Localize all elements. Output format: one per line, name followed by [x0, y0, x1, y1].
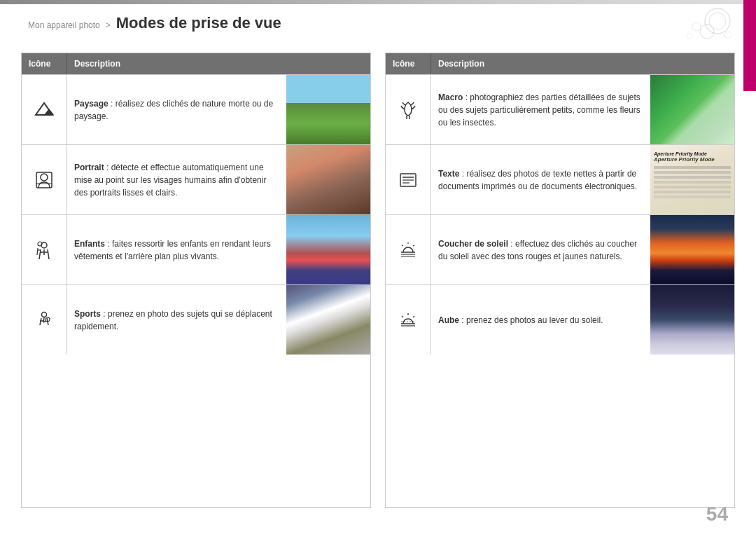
svg-line-21 [402, 245, 403, 246]
children-icon [34, 240, 55, 261]
right-icon-col-header: Icône [386, 53, 431, 74]
svg-line-20 [413, 245, 414, 246]
left-table-header: Icône Description [22, 53, 370, 74]
sunset-desc: Coucher de soleil : effectuez des cliché… [431, 215, 650, 284]
top-decorative-bar [0, 0, 756, 4]
landscape-desc: Paysage : réalisez des clichés de nature… [67, 75, 286, 144]
right-accent-bar [743, 0, 756, 91]
dawn-icon-cell [386, 285, 431, 355]
landscape-icon-cell [22, 75, 67, 144]
text-icon-cell [386, 145, 431, 214]
svg-point-4 [724, 32, 732, 39]
macro-image [650, 75, 734, 144]
svg-point-13 [42, 312, 47, 317]
page-header: Mon appareil photo > Modes de prise de v… [28, 14, 281, 32]
row-macro: Macro : photographiez des parties détail… [386, 74, 734, 144]
svg-marker-7 [44, 109, 54, 115]
breadcrumb-separator: > [106, 20, 111, 30]
sunset-image [650, 215, 734, 284]
left-desc-col-header: Description [67, 53, 370, 74]
row-text: Texte : réalisez des photos de texte net… [386, 144, 734, 214]
svg-point-8 [41, 174, 48, 181]
svg-line-24 [402, 316, 403, 317]
decorative-circles [654, 7, 738, 51]
right-desc-col-header: Description [431, 53, 734, 74]
right-table-header: Icône Description [386, 53, 734, 74]
row-landscape: Paysage : réalisez des clichés de nature… [22, 74, 370, 144]
children-desc: Enfants : faites ressortir les enfants e… [67, 215, 286, 284]
sports-desc: Sports : prenez en photo des sujets qui … [67, 285, 286, 355]
row-children: Enfants : faites ressortir les enfants e… [22, 214, 370, 284]
dawn-desc: Aube : prenez des photos au lever du sol… [431, 285, 650, 355]
page-number: 54 [706, 503, 728, 525]
text-desc: Texte : réalisez des photos de texte net… [431, 145, 650, 214]
portrait-desc: Portrait : détecte et effectue automatiq… [67, 145, 286, 214]
breadcrumb: Mon appareil photo [28, 20, 100, 30]
left-column: Icône Description Paysage : réalisez des… [21, 53, 371, 508]
sunset-icon-cell [386, 215, 431, 284]
left-icon-col-header: Icône [22, 53, 67, 74]
main-content: Icône Description Paysage : réalisez des… [21, 53, 735, 508]
dawn-icon [398, 310, 419, 331]
sports-icon-cell [22, 285, 67, 355]
page-title: Modes de prise de vue [116, 14, 281, 32]
text-image: Aperture Priority Mode [650, 145, 734, 214]
macro-icon [398, 99, 419, 121]
sunset-icon [398, 240, 419, 261]
macro-desc: Macro : photographiez des parties détail… [431, 75, 650, 144]
svg-point-1 [709, 13, 726, 29]
row-dawn: Aube : prenez des photos au lever du sol… [386, 284, 734, 355]
svg-line-23 [413, 316, 414, 317]
row-sunset: Coucher de soleil : effectuez des cliché… [386, 214, 734, 284]
portrait-icon-cell [22, 145, 67, 214]
dawn-image [650, 285, 734, 355]
landscape-icon [34, 99, 55, 121]
row-sports: Sports : prenez en photo des sujets qui … [22, 284, 370, 355]
landscape-image [286, 75, 370, 144]
text-mode-icon [398, 170, 419, 191]
children-image [286, 215, 370, 284]
sports-image [286, 285, 370, 355]
portrait-icon [34, 170, 55, 191]
right-column: Icône Description Macro : photographiez … [385, 53, 735, 508]
children-icon-cell [22, 215, 67, 284]
svg-point-5 [687, 34, 692, 39]
portrait-image [286, 145, 370, 214]
svg-point-0 [705, 8, 730, 34]
macro-icon-cell [386, 75, 431, 144]
sports-icon [34, 310, 55, 331]
row-portrait: Portrait : détecte et effectue automatiq… [22, 144, 370, 214]
svg-point-2 [700, 25, 714, 39]
svg-point-3 [692, 22, 701, 31]
